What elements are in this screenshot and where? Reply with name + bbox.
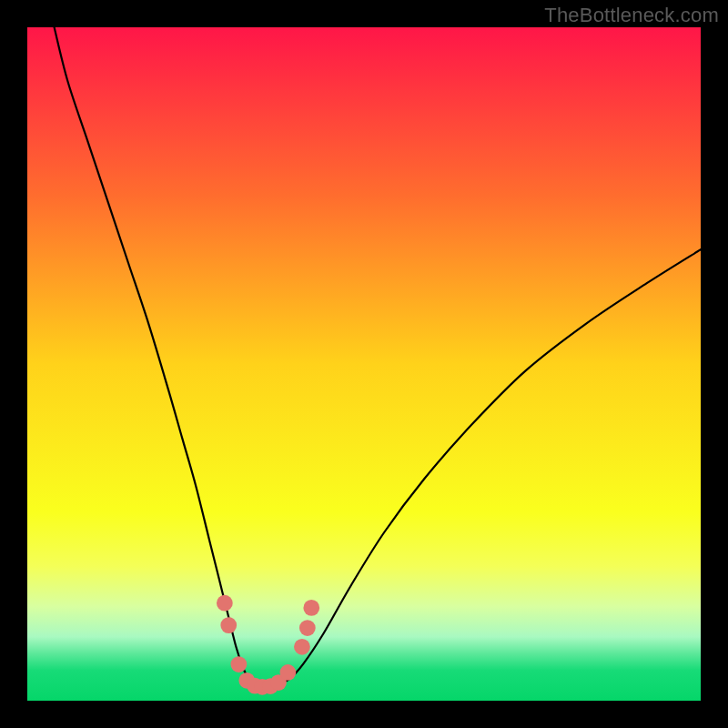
- watermark-text: TheBottleneck.com: [544, 4, 719, 27]
- highlight-dot: [230, 656, 247, 672]
- highlight-dot: [280, 664, 297, 681]
- chart-svg: [27, 27, 701, 701]
- highlight-dot: [299, 620, 316, 636]
- highlight-dot: [294, 639, 310, 655]
- gradient-background: [27, 27, 701, 701]
- highlight-dot: [220, 617, 237, 633]
- chart-frame: TheBottleneck.com: [0, 0, 728, 728]
- highlight-dot: [303, 600, 319, 616]
- plot-area: [27, 27, 701, 701]
- highlight-dot: [217, 595, 233, 612]
